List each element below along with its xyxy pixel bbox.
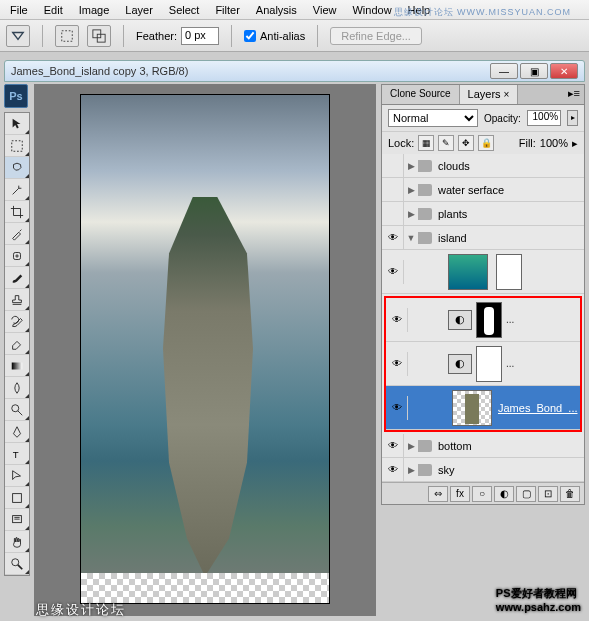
panel-menu-icon[interactable]: ▸≡	[564, 85, 584, 104]
layer-adjustment-2[interactable]: ◐ ...	[386, 342, 580, 386]
visibility-toggle[interactable]	[382, 434, 404, 458]
layer-group-clouds[interactable]: ▶ clouds	[382, 154, 584, 178]
fill-arrow-icon[interactable]: ▸	[572, 137, 578, 150]
tool-preset-icon[interactable]	[6, 25, 30, 47]
layer-group-sky[interactable]: ▶ sky	[382, 458, 584, 482]
link-layers-icon[interactable]: ⇔	[428, 486, 448, 502]
layer-group-island[interactable]: ▼ island	[382, 226, 584, 250]
feather-input[interactable]: 0 px	[181, 27, 219, 45]
layer-name[interactable]: James_Bond_...	[496, 402, 580, 414]
tool-notes[interactable]	[5, 509, 29, 531]
tab-clone-source[interactable]: Clone Source	[382, 85, 460, 104]
layer-name[interactable]: clouds	[436, 160, 584, 172]
tool-pen[interactable]	[5, 421, 29, 443]
minimize-button[interactable]: —	[490, 63, 518, 79]
tool-marquee[interactable]	[5, 135, 29, 157]
options-bar: Feather: 0 px Anti-alias Refine Edge...	[0, 20, 589, 52]
tool-type[interactable]: T	[5, 443, 29, 465]
visibility-toggle[interactable]	[382, 458, 404, 482]
tool-path[interactable]	[5, 465, 29, 487]
visibility-toggle[interactable]	[382, 260, 404, 284]
tool-dodge[interactable]	[5, 399, 29, 421]
layer-mask[interactable]	[476, 302, 502, 338]
layer-name[interactable]: sky	[436, 464, 584, 476]
tool-shape[interactable]	[5, 487, 29, 509]
tool-move[interactable]	[5, 113, 29, 135]
menu-select[interactable]: Select	[161, 1, 208, 19]
expand-icon[interactable]: ▶	[404, 185, 418, 195]
antialias-checkbox[interactable]	[244, 30, 256, 42]
expand-icon[interactable]: ▶	[404, 161, 418, 171]
adjustment-icon[interactable]: ◐	[448, 354, 472, 374]
fx-icon[interactable]: fx	[450, 486, 470, 502]
document-titlebar: James_Bond_island copy 3, RGB/8) — ▣ ✕	[4, 60, 585, 82]
close-button[interactable]: ✕	[550, 63, 578, 79]
tool-eyedropper[interactable]	[5, 223, 29, 245]
visibility-toggle[interactable]	[386, 396, 408, 420]
maximize-button[interactable]: ▣	[520, 63, 548, 79]
layer-group-water[interactable]: ▶ water serface	[382, 178, 584, 202]
lock-transparent-icon[interactable]: ▦	[418, 135, 434, 151]
tool-heal[interactable]	[5, 245, 29, 267]
layer-name[interactable]: island	[436, 232, 584, 244]
adjustment-icon[interactable]: ◐	[448, 310, 472, 330]
layer-adjustment-1[interactable]: ◐ ...	[386, 298, 580, 342]
tool-wand[interactable]	[5, 179, 29, 201]
layer-thumbnail[interactable]	[452, 390, 492, 426]
menu-analysis[interactable]: Analysis	[248, 1, 305, 19]
group-icon[interactable]: ▢	[516, 486, 536, 502]
menu-edit[interactable]: Edit	[36, 1, 71, 19]
tool-brush[interactable]	[5, 267, 29, 289]
canvas-area[interactable]	[34, 84, 376, 616]
layer-mask[interactable]	[476, 346, 502, 382]
new-layer-icon[interactable]: ⊡	[538, 486, 558, 502]
selection-new-icon[interactable]	[55, 25, 79, 47]
layer-name[interactable]: water serface	[436, 184, 584, 196]
refine-edge-button[interactable]: Refine Edge...	[330, 27, 422, 45]
tool-history-brush[interactable]	[5, 311, 29, 333]
opacity-input[interactable]: 100%	[527, 110, 561, 126]
collapse-icon[interactable]: ▼	[404, 233, 418, 243]
tool-blur[interactable]	[5, 377, 29, 399]
tool-lasso[interactable]	[5, 157, 29, 179]
lock-position-icon[interactable]: ✥	[458, 135, 474, 151]
menu-layer[interactable]: Layer	[117, 1, 161, 19]
layer-mask[interactable]	[496, 254, 522, 290]
visibility-toggle[interactable]	[382, 154, 404, 178]
layer-james-bond[interactable]: James_Bond_...	[386, 386, 580, 430]
visibility-toggle[interactable]	[386, 308, 408, 332]
expand-icon[interactable]: ▶	[404, 441, 418, 451]
layer-group-plants[interactable]: ▶ plants	[382, 202, 584, 226]
layer-thumbnail[interactable]	[448, 254, 488, 290]
opacity-arrow-icon[interactable]: ▸	[567, 110, 578, 126]
lock-pixels-icon[interactable]: ✎	[438, 135, 454, 151]
layer-image-ocean[interactable]	[382, 250, 584, 294]
visibility-toggle[interactable]	[382, 178, 404, 202]
tool-gradient[interactable]	[5, 355, 29, 377]
tool-zoom[interactable]	[5, 553, 29, 575]
tool-eraser[interactable]	[5, 333, 29, 355]
layer-name[interactable]: bottom	[436, 440, 584, 452]
mask-icon[interactable]: ○	[472, 486, 492, 502]
visibility-toggle[interactable]	[382, 226, 404, 250]
tool-crop[interactable]	[5, 201, 29, 223]
menu-view[interactable]: View	[305, 1, 345, 19]
menu-filter[interactable]: Filter	[207, 1, 247, 19]
fill-input[interactable]: 100%	[540, 137, 568, 149]
menu-image[interactable]: Image	[71, 1, 118, 19]
expand-icon[interactable]: ▶	[404, 465, 418, 475]
menu-file[interactable]: File	[2, 1, 36, 19]
trash-icon[interactable]: 🗑	[560, 486, 580, 502]
layer-name[interactable]: plants	[436, 208, 584, 220]
visibility-toggle[interactable]	[386, 352, 408, 376]
blend-mode-select[interactable]: Normal	[388, 109, 478, 127]
layer-group-bottom[interactable]: ▶ bottom	[382, 434, 584, 458]
expand-icon[interactable]: ▶	[404, 209, 418, 219]
tab-layers[interactable]: Layers ×	[460, 85, 519, 104]
tool-stamp[interactable]	[5, 289, 29, 311]
selection-add-icon[interactable]	[87, 25, 111, 47]
visibility-toggle[interactable]	[382, 202, 404, 226]
lock-all-icon[interactable]: 🔒	[478, 135, 494, 151]
tool-hand[interactable]	[5, 531, 29, 553]
adjustment-icon[interactable]: ◐	[494, 486, 514, 502]
